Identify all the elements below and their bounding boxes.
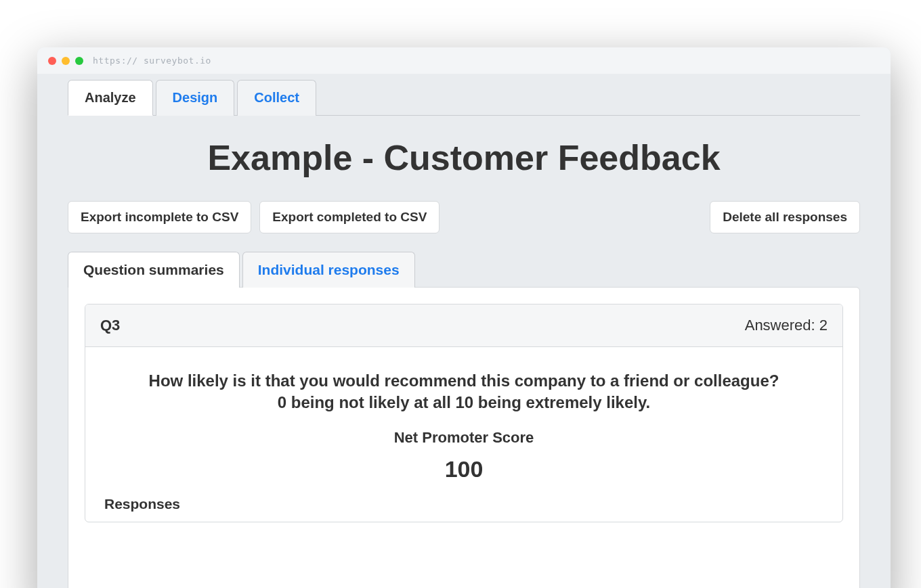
export-completed-button[interactable]: Export completed to CSV bbox=[259, 201, 440, 233]
sub-tab-individual-responses[interactable]: Individual responses bbox=[242, 252, 415, 288]
question-number: Q3 bbox=[100, 317, 120, 334]
export-incomplete-button[interactable]: Export incomplete to CSV bbox=[68, 201, 251, 233]
sub-tabs: Question summaries Individual responses bbox=[68, 251, 860, 287]
address-bar[interactable]: https:// surveybot.io bbox=[93, 55, 880, 66]
action-row: Export incomplete to CSV Export complete… bbox=[68, 201, 860, 233]
minimize-window-icon[interactable] bbox=[62, 57, 70, 65]
url-host: surveybot.io bbox=[144, 55, 211, 66]
top-tabs: Analyze Design Collect bbox=[68, 79, 860, 116]
close-window-icon[interactable] bbox=[48, 57, 56, 65]
question-text-line2: 0 being not likely at all 10 being extre… bbox=[278, 393, 650, 411]
question-card: Q3 Answered: 2 How likely is it that you… bbox=[85, 304, 843, 522]
delete-all-responses-button[interactable]: Delete all responses bbox=[710, 201, 860, 233]
browser-chrome: https:// surveybot.io bbox=[37, 47, 891, 74]
nps-label: Net Promoter Score bbox=[100, 429, 828, 447]
tab-analyze[interactable]: Analyze bbox=[68, 80, 153, 116]
responses-heading: Responses bbox=[100, 496, 828, 512]
traffic-lights bbox=[48, 57, 83, 65]
question-text: How likely is it that you would recommen… bbox=[100, 370, 828, 414]
export-actions: Export incomplete to CSV Export complete… bbox=[68, 201, 440, 233]
maximize-window-icon[interactable] bbox=[75, 57, 83, 65]
danger-actions: Delete all responses bbox=[710, 201, 860, 233]
tab-design[interactable]: Design bbox=[156, 80, 235, 116]
question-body: How likely is it that you would recommen… bbox=[85, 347, 842, 522]
nps-score: 100 bbox=[100, 456, 828, 482]
page-title: Example - Customer Feedback bbox=[68, 137, 860, 178]
summaries-panel: Q3 Answered: 2 How likely is it that you… bbox=[68, 287, 860, 588]
app-body: Analyze Design Collect Example - Custome… bbox=[37, 79, 891, 588]
answered-count: Answered: 2 bbox=[745, 317, 828, 334]
tab-collect[interactable]: Collect bbox=[237, 80, 316, 116]
browser-window: https:// surveybot.io Analyze Design Col… bbox=[37, 47, 891, 588]
sub-tab-question-summaries[interactable]: Question summaries bbox=[68, 252, 240, 288]
question-text-line1: How likely is it that you would recommen… bbox=[149, 371, 779, 390]
question-header: Q3 Answered: 2 bbox=[85, 304, 842, 347]
url-protocol: https:// bbox=[93, 55, 138, 66]
